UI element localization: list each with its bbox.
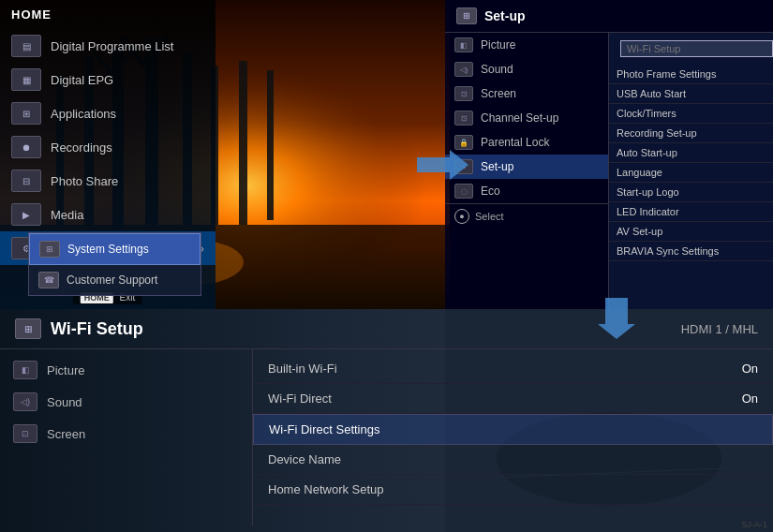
arrow-right-icon <box>417 150 464 178</box>
setup-setup-active[interactable]: ≡ Set-up <box>445 155 608 179</box>
home-panel: HOME ▤ Digital Programme List ▦ Digital … <box>0 0 216 309</box>
bottom-left-menu: ◧ Picture ◁) Sound ⊡ Screen <box>0 349 253 525</box>
bottom-picture[interactable]: ◧ Picture <box>0 354 252 386</box>
setup-content: ◧ Picture ◁) Sound ⊡ Screen ⊡ Channel Se… <box>445 33 773 309</box>
setup-recording[interactable]: Recording Set-up <box>609 124 773 143</box>
setup-bravia-sync[interactable]: BRAVIA Sync Settings <box>609 242 773 261</box>
menu-item-dpg[interactable]: ▤ Digital Programme List <box>0 29 216 63</box>
svg-rect-10 <box>267 70 274 220</box>
system-settings-icon: ⊞ <box>39 241 60 258</box>
select-circle-icon: ● <box>454 209 469 224</box>
menu-item-photo-share[interactable]: ⊟ Photo Share <box>0 164 216 198</box>
setup-title: ⊞ Set-up <box>445 0 773 33</box>
home-title: HOME <box>0 0 216 29</box>
wifi-header: ⊞ Wi-Fi Setup HDMI 1 / MHL <box>0 309 773 349</box>
photo-icon: ⊟ <box>11 170 41 192</box>
setup-av-setup[interactable]: AV Set-up <box>609 222 773 242</box>
setup-channel[interactable]: ⊡ Channel Set-up <box>445 106 608 130</box>
menu-item-applications[interactable]: ⊞ Applications <box>0 96 216 130</box>
setup-eco[interactable]: ◌ Eco <box>445 179 608 203</box>
setup-clock-timers[interactable]: Clock/Timers <box>609 104 773 124</box>
bottom-sound[interactable]: ◁) Sound <box>0 386 252 418</box>
menu-item-recordings[interactable]: ⏺ Recordings <box>0 130 216 164</box>
submenu-system-settings[interactable]: ⊞ System Settings <box>29 233 201 265</box>
setup-startup-logo[interactable]: Start-up Logo <box>609 183 773 202</box>
setup-sound-icon: ◁) <box>454 62 473 77</box>
recordings-icon: ⏺ <box>11 136 41 158</box>
version-watermark: SJ-A-1 <box>741 520 767 529</box>
wifi-title-icon: ⊞ <box>15 318 41 339</box>
bottom-picture-icon: ◧ <box>13 361 37 379</box>
setup-language[interactable]: Language <box>609 163 773 183</box>
dpg-icon: ▤ <box>11 35 41 57</box>
setup-left-menu: ◧ Picture ◁) Sound ⊡ Screen ⊡ Channel Se… <box>445 33 609 309</box>
wifi-direct-row[interactable]: Wi-Fi Direct On <box>253 384 773 414</box>
setup-led-indicator[interactable]: LED Indicator <box>609 202 773 222</box>
settings-submenu: ⊞ System Settings ☎ Customer Support <box>28 232 201 296</box>
setup-photo-frame[interactable]: Photo Frame Settings <box>609 65 773 84</box>
menu-item-epg[interactable]: ▦ Digital EPG <box>0 63 216 96</box>
device-name-row[interactable]: Device Name <box>253 445 773 475</box>
setup-eco-icon: ◌ <box>454 184 473 199</box>
svg-marker-17 <box>598 298 635 339</box>
submenu-customer-support[interactable]: ☎ Customer Support <box>29 265 201 295</box>
arrow-down-icon <box>598 298 635 343</box>
setup-screen-icon: ⊡ <box>454 86 473 101</box>
menu-item-media[interactable]: ▶ Media <box>0 198 216 231</box>
top-section: HOME ▤ Digital Programme List ▦ Digital … <box>0 0 773 309</box>
epg-icon: ▦ <box>11 68 41 91</box>
setup-title-icon: ⊞ <box>456 7 477 24</box>
setup-channel-icon: ⊡ <box>454 111 473 126</box>
wifi-setup-title: ⊞ Wi-Fi Setup <box>15 318 143 339</box>
setup-panel: ⊞ Set-up ◧ Picture ◁) Sound ⊡ Screen ⊡ <box>445 0 773 309</box>
select-hint: ● Select <box>445 203 608 229</box>
wifi-direct-settings-row[interactable]: Wi-Fi Direct Settings <box>253 414 773 445</box>
bottom-right-settings: Built-in Wi-Fi On Wi-Fi Direct On Wi-Fi … <box>253 349 773 525</box>
applications-icon: ⊞ <box>11 102 41 125</box>
bottom-screen[interactable]: ⊡ Screen <box>0 418 252 450</box>
builtin-wifi-row[interactable]: Built-in Wi-Fi On <box>253 354 773 384</box>
home-network-row[interactable]: Home Network Setup <box>253 475 773 505</box>
bottom-section: ⊞ Wi-Fi Setup HDMI 1 / MHL ◧ Picture ◁) … <box>0 309 773 532</box>
svg-rect-9 <box>239 61 247 225</box>
svg-marker-16 <box>417 150 468 180</box>
media-icon: ▶ <box>11 203 41 226</box>
customer-support-icon: ☎ <box>38 272 59 288</box>
bottom-sound-icon: ◁) <box>13 392 37 411</box>
setup-parental-icon: 🔒 <box>454 135 473 150</box>
setup-parental-lock[interactable]: 🔒 Parental Lock <box>445 130 608 155</box>
setup-picture-icon: ◧ <box>454 37 473 52</box>
bottom-screen-icon: ⊡ <box>13 424 37 443</box>
setup-right-menu: Photo Frame Settings USB Auto Start Cloc… <box>609 33 773 309</box>
wifi-setup-input[interactable] <box>620 40 773 57</box>
setup-sound[interactable]: ◁) Sound <box>445 57 608 81</box>
bottom-content: ◧ Picture ◁) Sound ⊡ Screen Built-in Wi-… <box>0 349 773 525</box>
setup-auto-start[interactable]: Auto Start-up <box>609 143 773 163</box>
setup-screen[interactable]: ⊡ Screen <box>445 81 608 106</box>
hdmi-label: HDMI 1 / MHL <box>681 322 758 336</box>
setup-picture[interactable]: ◧ Picture <box>445 33 608 57</box>
setup-usb-auto[interactable]: USB Auto Start <box>609 84 773 104</box>
